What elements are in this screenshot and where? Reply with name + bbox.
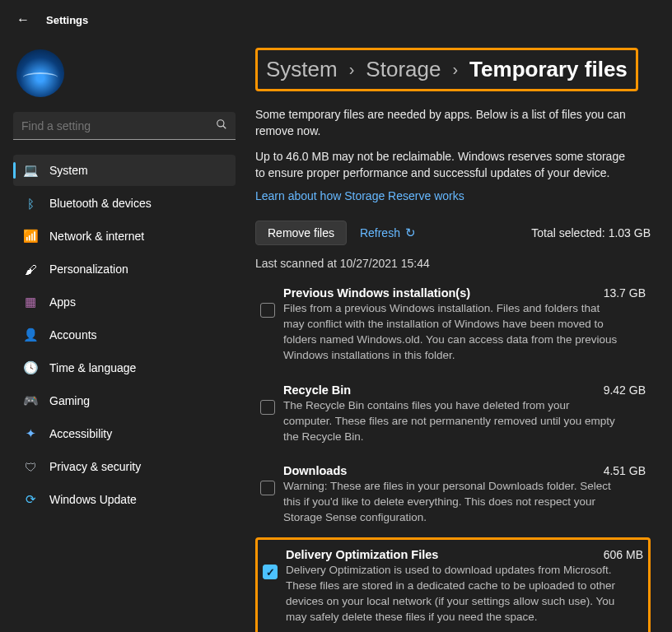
- svg-point-0: [217, 120, 224, 127]
- search-box[interactable]: [13, 112, 236, 140]
- actions-row: Remove files Refresh ↻ Total selected: 1…: [255, 221, 651, 245]
- sidebar-item-gaming[interactable]: 🎮Gaming: [13, 385, 236, 416]
- file-size: 9.42 GB: [604, 383, 646, 397]
- refresh-button[interactable]: Refresh ↻: [360, 225, 416, 240]
- breadcrumb-current: Temporary files: [469, 57, 628, 82]
- sidebar-item-accounts-icon: 👤: [23, 328, 38, 342]
- sidebar-item-label: Apps: [49, 295, 76, 309]
- sidebar-item-system-icon: 💻: [23, 163, 38, 178]
- file-description: Files from a previous Windows installati…: [283, 301, 621, 364]
- sidebar-item-update-icon: ⟳: [23, 492, 38, 507]
- sidebar-item-privacy[interactable]: 🛡Privacy & security: [13, 451, 236, 482]
- description-line2: Up to 46.0 MB may not be reclaimable. Wi…: [255, 148, 634, 182]
- sidebar-item-system[interactable]: 💻System: [13, 155, 236, 186]
- file-size: 13.7 GB: [604, 286, 646, 300]
- refresh-icon: ↻: [405, 225, 416, 240]
- sidebar-item-network-icon: 📶: [23, 229, 38, 244]
- file-list: Previous Windows installation(s)13.7 GBF…: [255, 278, 651, 632]
- sidebar-item-label: Personalization: [49, 263, 128, 276]
- svg-line-1: [223, 126, 226, 129]
- sidebar-item-label: System: [49, 164, 88, 177]
- app-title: Settings: [46, 14, 88, 26]
- file-delivery-optimization-checkbox[interactable]: ✓: [263, 565, 278, 579]
- content: System › Storage › Temporary files Some …: [247, 40, 672, 632]
- file-previous-windows: Previous Windows installation(s)13.7 GBF…: [255, 278, 651, 375]
- chevron-right-icon: ›: [452, 60, 458, 79]
- sidebar-item-personalization-icon: 🖌: [23, 263, 38, 276]
- sidebar-item-label: Bluetooth & devices: [49, 197, 152, 210]
- sidebar-item-privacy-icon: 🛡: [23, 460, 38, 474]
- search-icon: [216, 118, 227, 132]
- file-previous-windows-checkbox[interactable]: [260, 303, 275, 318]
- file-recycle-bin: Recycle Bin9.42 GBThe Recycle Bin contai…: [255, 375, 651, 457]
- sidebar: 💻SystemᛒBluetooth & devices📶Network & in…: [0, 40, 247, 632]
- breadcrumb: System › Storage › Temporary files: [255, 48, 638, 91]
- sidebar-item-time[interactable]: 🕓Time & language: [13, 352, 236, 383]
- back-button[interactable]: ←: [16, 12, 30, 27]
- sidebar-item-label: Privacy & security: [49, 460, 141, 473]
- search-input[interactable]: [21, 119, 216, 132]
- sidebar-item-accounts[interactable]: 👤Accounts: [13, 319, 236, 351]
- sidebar-item-time-icon: 🕓: [23, 360, 38, 375]
- file-description: The Recycle Bin contains files you have …: [283, 398, 621, 445]
- sidebar-item-label: Accessibility: [49, 427, 112, 440]
- sidebar-item-accessibility-icon: ✦: [23, 426, 38, 441]
- file-downloads-checkbox[interactable]: [260, 481, 275, 495]
- breadcrumb-storage[interactable]: Storage: [366, 57, 441, 82]
- sidebar-item-label: Windows Update: [49, 493, 137, 506]
- last-scanned: Last scanned at 10/27/2021 15:44: [255, 257, 651, 270]
- refresh-label: Refresh: [360, 226, 400, 239]
- sidebar-item-label: Gaming: [49, 394, 90, 407]
- breadcrumb-system[interactable]: System: [266, 57, 338, 82]
- file-title: Previous Windows installation(s): [283, 286, 470, 300]
- sidebar-item-gaming-icon: 🎮: [23, 393, 38, 408]
- sidebar-item-accessibility[interactable]: ✦Accessibility: [13, 418, 236, 449]
- file-size: 606 MB: [604, 548, 643, 561]
- file-downloads: Downloads4.51 GBWarning: These are files…: [255, 456, 651, 537]
- file-recycle-bin-checkbox[interactable]: [260, 400, 275, 415]
- sidebar-item-apps-icon: ▦: [23, 295, 38, 309]
- sidebar-item-label: Network & internet: [49, 230, 144, 243]
- sidebar-item-label: Time & language: [49, 361, 136, 374]
- file-delivery-optimization: ✓Delivery Optimization Files606 MBDelive…: [255, 537, 651, 632]
- chevron-right-icon: ›: [349, 60, 355, 79]
- file-title: Recycle Bin: [283, 383, 351, 397]
- sidebar-item-bluetooth-icon: ᛒ: [23, 197, 38, 211]
- sidebar-item-network[interactable]: 📶Network & internet: [13, 221, 236, 252]
- sidebar-item-apps[interactable]: ▦Apps: [13, 286, 236, 318]
- avatar[interactable]: [16, 49, 64, 97]
- sidebar-item-bluetooth[interactable]: ᛒBluetooth & devices: [13, 188, 236, 219]
- remove-files-button[interactable]: Remove files: [255, 221, 347, 245]
- sidebar-item-personalization[interactable]: 🖌Personalization: [13, 253, 236, 285]
- file-description: Delivery Optimization is used to downloa…: [286, 563, 623, 625]
- storage-reserve-link[interactable]: Learn about how Storage Reserve works: [255, 189, 464, 202]
- file-size: 4.51 GB: [604, 464, 646, 477]
- sidebar-item-update[interactable]: ⟳Windows Update: [13, 484, 236, 515]
- file-title: Delivery Optimization Files: [286, 548, 438, 561]
- sidebar-item-label: Accounts: [49, 328, 97, 342]
- total-selected: Total selected: 1.03 GB: [531, 226, 651, 239]
- file-description: Warning: These are files in your persona…: [283, 479, 621, 526]
- description-line1: Some temporary files are needed by apps.…: [255, 106, 634, 140]
- file-title: Downloads: [283, 464, 347, 477]
